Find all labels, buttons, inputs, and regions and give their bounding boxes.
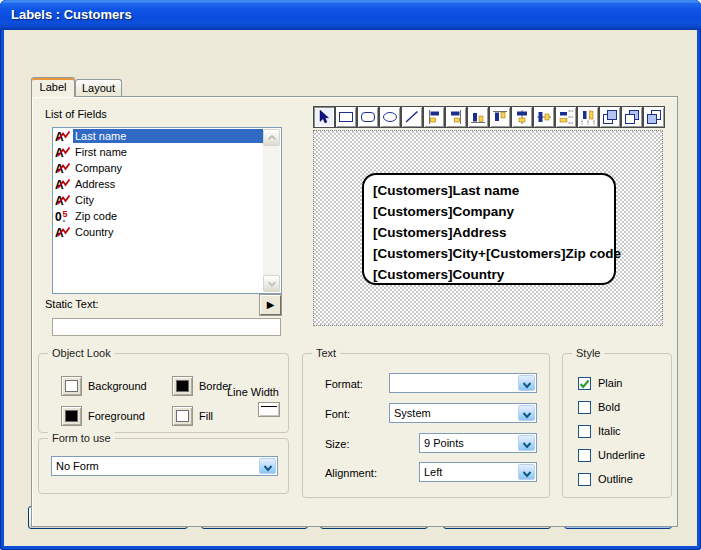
bring-forward-tool[interactable] [621,106,643,128]
border-color-button[interactable] [172,376,193,396]
fill-color-button[interactable] [172,406,193,426]
preview-line: [Customers]Company [373,201,614,222]
style-option-label: Plain [598,377,622,389]
rectangle-tool[interactable] [335,106,357,128]
size-select[interactable]: 9 Points [419,433,537,453]
form-select[interactable]: No Form [51,456,278,476]
text-group: Text Format: Font: System Size: 9 Points… [302,353,550,498]
style-option-label: Underline [598,449,645,461]
preview-line: [Customers]Address [373,222,614,243]
preview-line: [Customers]Country [373,264,614,285]
distribute-horizontally-tool[interactable] [577,106,599,128]
alpha-field-icon: A [55,145,73,159]
object-look-group-title: Object Look [48,347,115,359]
static-text-insert-button[interactable]: ▶ [260,295,281,315]
chevron-down-icon [518,375,535,391]
field-item-label: First name [73,145,264,159]
style-group: Style PlainBoldItalicUnderlineOutline [562,353,672,498]
chevron-down-icon [518,435,535,451]
field-list-item[interactable]: 05Zip code [53,208,281,224]
dialog-body: Label Layout List of Fields ALast nameAF… [4,30,697,546]
alpha-field-icon: A [55,177,73,191]
field-list-item[interactable]: ACompany [53,160,281,176]
send-to-back-tool[interactable] [643,106,665,128]
tab-label[interactable]: Label [31,77,75,97]
alignment-select-value: Left [424,466,442,478]
checkbox-outline[interactable] [578,473,591,486]
list-of-fields-title: List of Fields [45,108,107,120]
static-text-input[interactable] [52,318,281,336]
svg-text:A: A [55,162,64,175]
format-select[interactable] [389,373,537,393]
svg-text:A: A [55,194,64,207]
field-list-item[interactable]: ACountry [53,224,281,240]
field-list-item[interactable]: AFirst name [53,144,281,160]
tab-layout[interactable]: Layout [75,79,122,97]
line-tool[interactable] [401,106,423,128]
chevron-down-icon [266,280,278,288]
field-list-item[interactable]: ACity [53,192,281,208]
align-top-tool[interactable] [489,106,511,128]
align-bottom-tool[interactable] [467,106,489,128]
align-left-tool[interactable] [423,106,445,128]
scroll-down-button[interactable] [263,275,280,292]
size-label: Size: [325,438,349,450]
foreground-color-button[interactable] [61,406,82,426]
svg-text:5: 5 [63,209,68,219]
center-vertically-tool[interactable] [533,106,555,128]
chevron-up-icon [266,134,278,142]
field-rows: ALast nameAFirst nameACompanyAAddressACi… [53,128,281,240]
style-option-label: Bold [598,401,620,413]
style-group-title: Style [572,347,604,359]
numeric-field-icon: 05 [55,209,73,223]
oval-tool[interactable] [379,106,401,128]
color-swatch [65,410,78,422]
drawing-toolbar [313,106,665,130]
window-title: Labels : Customers [11,0,132,29]
chevron-down-icon [259,458,276,474]
select-tool[interactable] [313,106,335,128]
field-item-label: Zip code [73,209,264,223]
svg-text:A: A [55,130,64,143]
field-item-label: Address [73,177,264,191]
background-label: Background [88,380,147,392]
checkbox-italic[interactable] [578,425,591,438]
format-label: Format: [325,378,363,390]
label-object[interactable]: [Customers]Last name[Customers]Company[C… [362,173,616,285]
rounded-rectangle-tool[interactable] [357,106,379,128]
label-preview-area[interactable]: [Customers]Last name[Customers]Company[C… [313,130,663,326]
field-item-label: City [73,193,264,207]
list-scrollbar[interactable] [263,129,280,292]
object-look-group: Object Look BackgroundBorderForegroundFi… [38,353,289,433]
preview-line: [Customers]City+[Customers]Zip code [373,243,614,264]
fill-label: Fill [199,410,213,422]
foreground-label: Foreground [88,410,145,422]
align-right-tool[interactable] [445,106,467,128]
checkbox-bold[interactable] [578,401,591,414]
distribute-vertically-tool[interactable] [555,106,577,128]
field-list-item[interactable]: AAddress [53,176,281,192]
svg-text:0: 0 [55,210,62,223]
background-color-button[interactable] [61,376,82,396]
alignment-select[interactable]: Left [419,462,537,482]
style-option-label: Italic [598,425,621,437]
chevron-down-icon [518,405,535,421]
title-bar[interactable]: Labels : Customers [0,0,701,30]
color-swatch [176,380,189,392]
font-select[interactable]: System [389,403,537,423]
labels-dialog-window: Labels : Customers Label Layout List of … [0,0,701,550]
checkbox-underline[interactable] [578,449,591,462]
field-list-item[interactable]: ALast name [53,128,281,144]
fields-listbox[interactable]: ALast nameAFirst nameACompanyAAddressACi… [52,127,282,294]
form-to-use-group: Form to use No Form [38,438,289,494]
checkbox-plain[interactable] [578,377,591,390]
preview-line: [Customers]Last name [373,180,614,201]
field-item-label: Company [73,161,264,175]
chevron-down-icon [518,464,535,480]
center-horizontally-tool[interactable] [511,106,533,128]
bring-to-front-tool[interactable] [599,106,621,128]
line-width-button[interactable] [258,402,280,417]
field-item-label: Country [73,225,264,239]
svg-text:A: A [55,226,64,239]
scroll-up-button[interactable] [263,129,280,146]
